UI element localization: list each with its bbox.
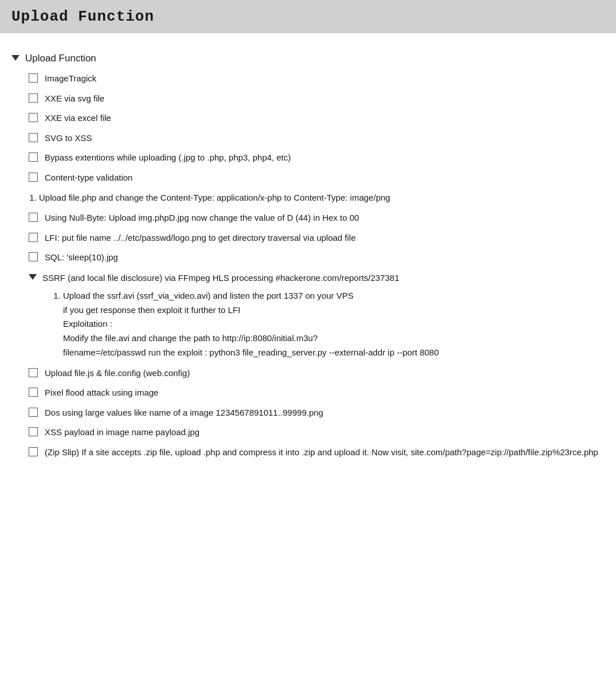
item-label: Dos using large values like name of a im… xyxy=(45,406,323,420)
checkbox-pixel-flood[interactable] xyxy=(29,388,38,397)
list-item: Using Null-Byte: Upload img.phpD.jpg now… xyxy=(29,212,605,225)
item-label: Upload file.js & file.config (web.config… xyxy=(45,367,190,380)
list-item: Dos using large values like name of a im… xyxy=(29,406,605,420)
list-item: ImageTragick xyxy=(29,72,605,85)
checkbox-zip-slip[interactable] xyxy=(29,447,38,456)
ssrf-section: SSRF (and local file disclosure) via FFm… xyxy=(29,271,605,360)
item-label: Content-type validation xyxy=(45,171,132,185)
checkbox-lfi[interactable] xyxy=(29,233,38,242)
item-label: Using Null-Byte: Upload img.phpD.jpg now… xyxy=(45,212,359,225)
section-title: Upload Function xyxy=(25,53,96,64)
checkbox-svg-xss[interactable] xyxy=(29,133,38,142)
main-content: Upload Function ImageTragick XXE via svg… xyxy=(0,47,616,488)
item-label: XXE via excel file xyxy=(45,112,111,125)
list-item: Upload file.js & file.config (web.config… xyxy=(29,367,605,380)
items-list-3: Upload file.js & file.config (web.config… xyxy=(29,367,605,459)
list-item: SVG to XSS xyxy=(29,132,605,145)
list-item: Pixel flood attack using image xyxy=(29,386,605,400)
list-item: XXE via svg file xyxy=(29,92,605,105)
checkbox-null-byte[interactable] xyxy=(29,213,38,222)
title-bar: Upload Function xyxy=(0,0,616,33)
checkbox-bypass-ext[interactable] xyxy=(29,153,38,162)
list-item: (Zip Slip) If a site accepts .zip file, … xyxy=(29,446,605,459)
list-item: XSS payload in image name payload.jpg xyxy=(29,426,605,439)
section-header: Upload Function xyxy=(11,53,605,64)
ssrf-collapse-triangle[interactable] xyxy=(29,274,37,280)
checkbox-xss-payload[interactable] xyxy=(29,427,38,436)
checkbox-content-type[interactable] xyxy=(29,173,38,182)
list-item: Bypass extentions while uploading (.jpg … xyxy=(29,151,605,165)
checkbox-xxe-svg[interactable] xyxy=(29,93,38,103)
checkbox-sql[interactable] xyxy=(29,252,38,261)
ssrf-subitems: Upload the ssrf.avi (ssrf_via_video.avi)… xyxy=(63,289,605,360)
ssrf-subitem: Upload the ssrf.avi (ssrf_via_video.avi)… xyxy=(63,289,605,360)
item-label: SVG to XSS xyxy=(45,132,92,145)
subitem: Upload file.php and change the Content-T… xyxy=(39,191,605,205)
item-label: ImageTragick xyxy=(45,72,96,85)
item-label: LFI: put file name ../../etc/passwd/logo… xyxy=(45,232,356,245)
item-label: XXE via svg file xyxy=(45,92,104,105)
item-label: Bypass extentions while uploading (.jpg … xyxy=(45,151,291,165)
checkbox-dos[interactable] xyxy=(29,408,38,417)
item-label: SQL: 'sleep(10).jpg xyxy=(45,251,118,264)
content-type-subitems: Upload file.php and change the Content-T… xyxy=(39,191,605,205)
items-list: ImageTragick XXE via svg file XXE via ex… xyxy=(29,72,605,184)
list-item: Content-type validation xyxy=(29,171,605,185)
item-label: (Zip Slip) If a site accepts .zip file, … xyxy=(45,446,598,459)
collapse-triangle[interactable] xyxy=(11,55,19,61)
checkbox-xxe-excel[interactable] xyxy=(29,113,38,122)
items-list-2: Using Null-Byte: Upload img.phpD.jpg now… xyxy=(29,212,605,264)
item-label: XSS payload in image name payload.jpg xyxy=(45,426,199,439)
list-item: XXE via excel file xyxy=(29,112,605,125)
item-label: Pixel flood attack using image xyxy=(45,386,158,400)
checkbox-filejs[interactable] xyxy=(29,368,38,377)
list-item: SQL: 'sleep(10).jpg xyxy=(29,251,605,264)
ssrf-title: SSRF (and local file disclosure) via FFm… xyxy=(42,271,399,284)
page-title: Upload Function xyxy=(11,8,154,25)
list-item: LFI: put file name ../../etc/passwd/logo… xyxy=(29,232,605,245)
checkbox-imagetragick[interactable] xyxy=(29,73,38,83)
ssrf-header: SSRF (and local file disclosure) via FFm… xyxy=(29,271,605,284)
